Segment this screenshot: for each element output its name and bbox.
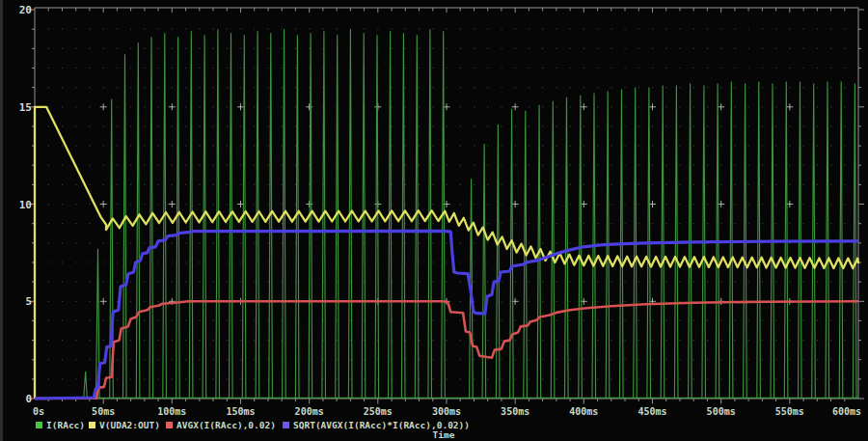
svg-text:300ms: 300ms xyxy=(432,406,461,417)
svg-text:0: 0 xyxy=(25,393,32,405)
waveform-plot-canvas[interactable]: 051015200s50ms100ms150ms200ms250ms300ms3… xyxy=(0,0,868,441)
legend-label: SQRT(AVGX(I(RAcc)*I(RAcc),0.02)) xyxy=(293,420,470,430)
legend-item-i-racc[interactable]: I(RAcc) xyxy=(36,420,85,430)
y-axis-labels: 05101520 xyxy=(19,4,32,405)
svg-text:250ms: 250ms xyxy=(364,406,393,417)
trace-marker-yellow-icon xyxy=(89,422,95,428)
svg-text:0s: 0s xyxy=(33,406,44,417)
trace-v-uda2-out xyxy=(35,107,858,399)
legend-label: V(UDA2:OUT) xyxy=(99,420,160,430)
svg-text:600ms: 600ms xyxy=(832,406,861,417)
legend-item-sqrt-avgx[interactable]: SQRT(AVGX(I(RAcc)*I(RAcc),0.02)) xyxy=(283,420,470,430)
svg-text:200ms: 200ms xyxy=(295,406,324,417)
svg-text:10: 10 xyxy=(19,199,32,211)
x-axis-labels: 0s50ms100ms150ms200ms250ms300ms350ms400m… xyxy=(33,406,861,417)
trace-avgx xyxy=(35,301,858,399)
legend-item-avgx[interactable]: AVGX(I(RAcc),0.02) xyxy=(166,420,276,430)
svg-text:350ms: 350ms xyxy=(501,406,529,417)
svg-text:550ms: 550ms xyxy=(775,406,804,417)
svg-text:15: 15 xyxy=(19,101,32,114)
legend-item-v-uda2-out[interactable]: V(UDA2:OUT) xyxy=(89,420,160,430)
probe-waveform-window: 051015200s50ms100ms150ms200ms250ms300ms3… xyxy=(0,0,868,441)
trace-marker-red-icon xyxy=(166,422,173,428)
trace-sqrt-avgx xyxy=(35,231,858,399)
svg-text:50ms: 50ms xyxy=(92,406,115,417)
svg-text:500ms: 500ms xyxy=(707,406,736,417)
legend-label: AVGX(I(RAcc),0.02) xyxy=(176,420,276,430)
svg-text:5: 5 xyxy=(25,295,32,308)
svg-text:100ms: 100ms xyxy=(157,406,186,417)
svg-text:150ms: 150ms xyxy=(226,406,255,417)
trace-marker-green-icon xyxy=(36,422,42,428)
svg-text:450ms: 450ms xyxy=(637,406,666,417)
trace-marker-purple-icon xyxy=(283,422,289,428)
svg-text:20: 20 xyxy=(19,4,32,16)
legend-label: I(RAcc) xyxy=(46,420,85,430)
svg-text:400ms: 400ms xyxy=(569,406,598,417)
